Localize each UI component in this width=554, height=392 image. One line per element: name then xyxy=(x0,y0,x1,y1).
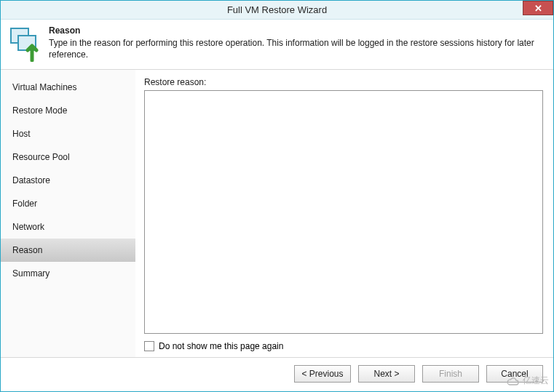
window-title: Full VM Restore Wizard xyxy=(227,4,327,15)
close-button[interactable]: ✕ xyxy=(523,1,553,15)
step-datastore[interactable]: Datastore xyxy=(1,169,135,192)
header-description: Type in the reason for performing this r… xyxy=(49,37,545,60)
next-button[interactable]: Next > xyxy=(358,365,415,383)
do-not-show-label: Do not show me this page again xyxy=(159,341,283,351)
step-virtual-machines[interactable]: Virtual Machines xyxy=(1,76,135,99)
titlebar: Full VM Restore Wizard ✕ xyxy=(1,1,553,20)
step-host[interactable]: Host xyxy=(1,122,135,145)
do-not-show-row: Do not show me this page again xyxy=(144,334,543,357)
step-folder[interactable]: Folder xyxy=(1,192,135,215)
step-reason[interactable]: Reason xyxy=(1,239,135,262)
restore-vm-icon xyxy=(8,25,44,62)
do-not-show-checkbox[interactable] xyxy=(144,341,154,351)
wizard-header: Reason Type in the reason for performing… xyxy=(1,20,553,70)
header-text: Reason Type in the reason for performing… xyxy=(49,25,545,62)
restore-reason-label: Restore reason: xyxy=(144,77,543,87)
wizard-footer: < Previous Next > Finish Cancel xyxy=(1,357,553,391)
step-restore-mode[interactable]: Restore Mode xyxy=(1,99,135,122)
wizard-steps-sidebar: Virtual Machines Restore Mode Host Resou… xyxy=(1,70,135,357)
step-resource-pool[interactable]: Resource Pool xyxy=(1,145,135,169)
finish-button: Finish xyxy=(422,365,479,383)
restore-reason-input[interactable] xyxy=(144,90,543,334)
wizard-body: Virtual Machines Restore Mode Host Resou… xyxy=(1,70,553,357)
close-icon: ✕ xyxy=(534,3,542,14)
step-network[interactable]: Network xyxy=(1,215,135,239)
wizard-window: Full VM Restore Wizard ✕ Reason Type in … xyxy=(0,0,554,392)
wizard-main-panel: Restore reason: Do not show me this page… xyxy=(135,70,553,357)
step-summary[interactable]: Summary xyxy=(1,262,135,285)
header-title: Reason xyxy=(49,25,545,36)
cancel-button[interactable]: Cancel xyxy=(486,365,543,383)
previous-button[interactable]: < Previous xyxy=(294,365,351,383)
